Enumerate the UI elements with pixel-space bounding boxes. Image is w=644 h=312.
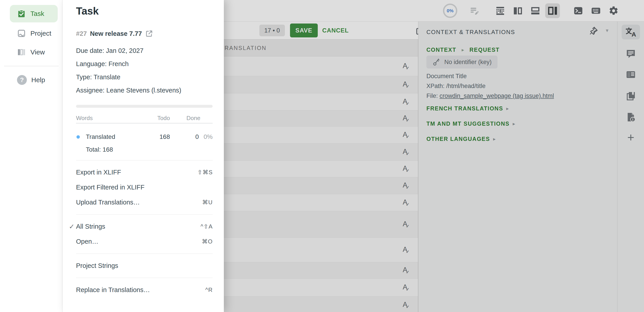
sidebar-item-help[interactable]: ? Help	[10, 71, 58, 89]
task-type: Type: Translate	[76, 73, 181, 81]
task-details: Due date: Jan 02, 2027 Language: French …	[76, 47, 181, 100]
task-assignee: Assignee: Leane Stevens (l.stevens)	[76, 86, 181, 94]
translated-todo-value: 168	[160, 133, 170, 140]
words-translated-row: Translated 168 0 0%	[76, 133, 213, 141]
project-icon	[17, 29, 26, 38]
sidebar: Task Project View ? Help	[0, 0, 62, 312]
sidebar-item-label: Task	[30, 10, 44, 18]
menu-divider	[76, 278, 213, 278]
menu-item-shortcut: ^R	[205, 286, 213, 293]
menu-item-label: Replace in Translations…	[76, 286, 150, 294]
task-panel-title: Task	[76, 5, 98, 17]
words-table-header: Words Todo Done	[76, 115, 213, 122]
sidebar-item-task[interactable]: Task	[10, 5, 58, 22]
menu-item-label: Open…	[76, 238, 98, 245]
view-columns-icon	[17, 48, 26, 57]
help-icon: ?	[17, 75, 27, 85]
sidebar-item-label: Help	[31, 76, 45, 84]
menu-item-label: Upload Translations…	[76, 199, 140, 206]
task-progress-bar	[76, 105, 213, 108]
menu-item-shortcut: ^⇧A	[200, 223, 213, 230]
menu-item-label: All Strings	[76, 223, 105, 230]
translated-dot	[76, 135, 80, 139]
sidebar-item-label: Project	[30, 30, 51, 37]
menu-item-label: Project Strings	[76, 262, 118, 269]
translated-label: Translated	[86, 133, 115, 140]
words-header-underline	[76, 123, 213, 123]
external-link-icon	[145, 30, 153, 38]
sidebar-item-label: View	[30, 48, 45, 56]
task-menu-item[interactable]: Replace in Translations…^R	[76, 282, 213, 297]
menu-divider	[76, 214, 213, 215]
task-menu-item[interactable]: ✓All Strings^⇧A	[76, 219, 213, 234]
task-id: #27	[76, 30, 87, 37]
task-menu-item[interactable]: Open…⌘O	[76, 234, 213, 249]
todo-column: Todo	[158, 115, 170, 122]
task-due-date: Due date: Jan 02, 2027	[76, 47, 181, 54]
menu-item-shortcut: ⌘U	[202, 199, 213, 206]
task-menu-item[interactable]: Upload Translations…⌘U	[76, 195, 213, 210]
task-name: New release 7.77	[90, 30, 142, 37]
sidebar-item-project[interactable]: Project	[10, 25, 58, 42]
sidebar-divider	[4, 66, 58, 66]
task-menu-item[interactable]: Export Filtered in XLIFF	[76, 180, 213, 195]
done-column: Done	[186, 115, 200, 122]
check-icon: ✓	[69, 223, 74, 230]
task-clipboard-icon	[17, 9, 26, 18]
task-id-row: #27 New release 7.77	[76, 30, 153, 38]
menu-item-shortcut: ⇧⌘S	[198, 169, 213, 176]
task-language: Language: French	[76, 60, 181, 68]
menu-item-label: Export in XLIFF	[76, 169, 121, 176]
menu-item-label: Export Filtered in XLIFF	[76, 184, 144, 191]
task-menu-item[interactable]: Project Strings	[76, 258, 213, 273]
menu-item-shortcut: ⌘O	[202, 238, 213, 245]
task-panel: Task #27 New release 7.77 Due date: Jan …	[62, 0, 224, 312]
translated-done-value: 0	[195, 133, 199, 140]
sidebar-item-view[interactable]: View	[10, 44, 58, 61]
words-total: Total: 168	[86, 146, 113, 153]
open-task-link-button[interactable]	[145, 30, 153, 38]
task-menu-item[interactable]: Export in XLIFF⇧⌘S	[76, 165, 213, 180]
task-menu: Export in XLIFF⇧⌘SExport Filtered in XLI…	[76, 165, 213, 297]
translated-percent: 0%	[204, 133, 213, 140]
words-column: Words	[76, 115, 93, 122]
